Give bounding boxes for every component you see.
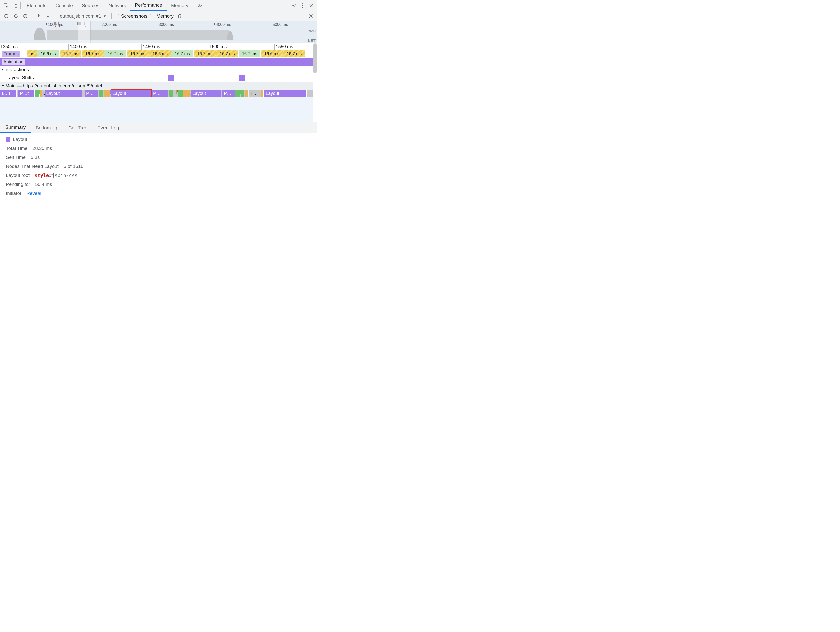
layout-root-key: Layout root [6,173,30,178]
frame-block[interactable]: 16.6 ms [261,50,283,57]
tab-memory[interactable]: Memory [167,0,193,11]
gear-icon[interactable] [290,1,298,10]
memory-checkbox[interactable]: Memory [150,13,174,19]
frame-block[interactable]: 16.7 ms [60,50,81,57]
flame-layout[interactable]: Layout [264,90,307,97]
kebab-icon[interactable] [298,1,307,10]
flame-layout[interactable]: Layout [44,90,82,97]
tab-network[interactable]: Network [104,0,131,11]
flame-sub-mark[interactable] [191,90,192,95]
detail-tab-call-tree[interactable]: Call Tree [63,123,93,133]
frame-block[interactable]: 16.7 ms [216,50,238,57]
nodes-key: Nodes That Need Layout [6,164,58,169]
flame-sub-mark[interactable] [44,90,45,95]
flame-block[interactable] [39,90,42,97]
flame-block[interactable] [261,90,264,97]
detail-tabstrip: SummaryBottom-UpCall TreeEvent Log [0,123,317,133]
main-thread-header[interactable]: Main — https://output.jsbin.com/elisum/9… [0,82,313,90]
download-icon[interactable] [44,13,52,19]
svg-point-9 [310,15,312,17]
flame-sub-mark[interactable] [176,90,177,95]
frame-block[interactable]: 16.7 ms [283,50,305,57]
flame-sub-mark[interactable] [240,90,241,95]
reload-icon[interactable] [12,13,19,19]
layout-shift-block[interactable] [167,75,174,81]
flame-block[interactable] [235,90,240,97]
devtools-tabstrip: ElementsConsoleSourcesNetworkPerformance… [0,0,317,11]
flame-p[interactable]: P… [85,90,98,97]
net-axis-label: NET [308,38,316,43]
flame-p[interactable]: P… [222,90,235,97]
screenshots-label: Screenshots [121,13,148,19]
flame-block[interactable] [178,90,183,97]
flame-block[interactable] [241,90,244,97]
frame-block[interactable]: 16.7 ms [171,50,193,57]
overview-window[interactable] [78,21,91,43]
close-icon[interactable] [307,1,316,10]
tab-elements[interactable]: Elements [22,0,51,11]
frame-block[interactable]: 16.6 ms [37,50,59,57]
tabs-overflow[interactable]: ≫ [193,0,207,11]
animation-lane[interactable]: Animation [0,58,313,66]
memory-label: Memory [156,13,174,19]
tab-performance[interactable]: Performance [130,0,167,11]
animation-lane-text: Animation [3,59,23,65]
flame-sub-mark[interactable] [245,90,246,95]
svg-point-4 [302,3,303,4]
gear-icon[interactable] [308,13,314,19]
divider [20,2,21,9]
flame-block[interactable] [104,90,110,97]
tab-console[interactable]: Console [51,0,77,11]
device-toggle-icon[interactable] [10,1,19,10]
layout-shifts-lane-label: Layout Shifts [6,75,34,80]
flame-block[interactable] [169,90,174,97]
expand-icon[interactable] [2,68,3,71]
frames-lane[interactable]: Frames ns16.6 ms16.7 ms16.7 ms16.7 ms16.… [0,50,313,58]
flame-sub-mark[interactable] [39,90,40,95]
tab-sources[interactable]: Sources [77,0,104,11]
flame-p[interactable]: P… [152,90,168,97]
frame-block[interactable]: 16.7 ms [194,50,216,57]
page-selector-label: output.jsbin.com #1 [60,13,101,19]
main-thread-flame[interactable]: TaskTaskTaskTaskT…Task L…tP…tLayoutP…Lay… [0,90,313,123]
overview-tick: 3000 ms [159,22,174,27]
flame-sub-mark[interactable] [264,90,265,95]
flame-block[interactable] [183,90,190,97]
frame-block[interactable]: 16.6 ms [149,50,171,57]
clear-icon[interactable] [22,13,29,19]
checkbox-icon [150,14,155,18]
detail-ruler[interactable]: 1350 ms1400 ms1450 ms1500 ms1550 ms [0,43,317,50]
layout-shifts-lane[interactable]: Layout Shifts [0,74,313,82]
flame-lt[interactable]: L…t [0,90,17,97]
flame-sub-mark[interactable] [103,90,104,95]
flame-layout[interactable]: Layout [191,90,221,97]
timeline-overview[interactable]: 1000 ms2000 ms3000 ms4000 ms5000 ms CPU … [0,21,317,43]
record-icon[interactable] [3,13,10,19]
detail-tab-bottom-up[interactable]: Bottom-Up [31,123,63,133]
pending-key: Pending for [6,181,30,187]
frame-block[interactable]: 16.7 ms [82,50,104,57]
detail-tab-event-log[interactable]: Event Log [93,123,124,133]
frame-block[interactable]: ns [27,50,37,57]
overview-tick: 2000 ms [101,22,117,27]
flame-layout[interactable]: Layout [111,90,151,97]
ruler-tick: 1500 ms [209,44,227,49]
inspect-icon[interactable] [2,1,10,10]
collapse-icon[interactable] [2,85,4,87]
detail-tab-summary[interactable]: Summary [0,123,31,133]
layout-shift-block[interactable] [238,75,245,81]
total-time-value: 28.30 ms [33,145,52,151]
frame-block[interactable]: 16.7 ms [127,50,148,57]
svg-point-7 [5,14,8,18]
initiator-reveal-link[interactable]: Reveal [26,191,41,196]
screenshots-checkbox[interactable]: Screenshots [115,13,148,19]
flame-block[interactable] [35,90,39,97]
trash-icon[interactable] [176,13,183,19]
page-selector[interactable]: output.jsbin.com #1 ▼ [58,13,108,19]
frame-block[interactable]: 16.7 ms [238,50,261,57]
self-time-value: 5 µs [31,154,39,160]
flame-pt[interactable]: P…t [18,90,35,97]
interactions-lane[interactable]: Interactions [0,66,313,74]
upload-icon[interactable] [35,13,42,19]
frame-block[interactable]: 16.7 ms [104,50,126,57]
